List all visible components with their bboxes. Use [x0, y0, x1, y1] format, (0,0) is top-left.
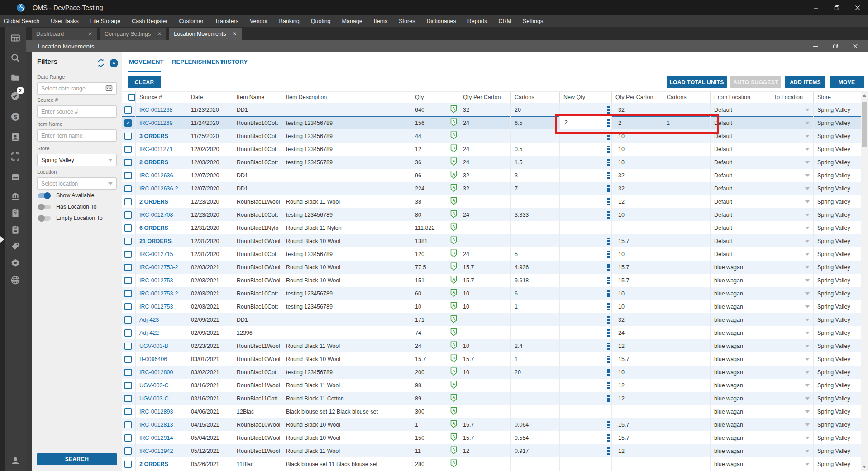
- chevron-down-icon[interactable]: [805, 200, 810, 203]
- chevron-down-icon[interactable]: [805, 122, 810, 124]
- search-button[interactable]: SEARCH: [37, 453, 117, 465]
- row-checkbox[interactable]: [124, 106, 132, 114]
- to-location-cell[interactable]: [770, 143, 814, 156]
- menu-item-cash-register[interactable]: Cash Register: [132, 18, 167, 24]
- column-header-item-name-3[interactable]: Item Name: [233, 92, 282, 103]
- to-location-cell[interactable]: [770, 156, 814, 169]
- field-location-select[interactable]: Select location: [37, 177, 117, 190]
- flyout-arrow-icon[interactable]: [0, 236, 4, 243]
- inner-minimize-button[interactable]: [806, 40, 825, 52]
- chevron-down-icon[interactable]: [805, 332, 810, 334]
- row-checkbox[interactable]: [124, 172, 132, 179]
- sidebar-item-folder-icon[interactable]: [10, 72, 20, 82]
- sidebar-item-bank-icon[interactable]: [10, 191, 20, 201]
- chevron-down-icon[interactable]: [805, 214, 810, 216]
- source-link[interactable]: 2 ORDERS: [139, 159, 168, 166]
- from-location-cell[interactable]: Default: [711, 116, 770, 129]
- sidebar-item-tasks-icon[interactable]: 2: [10, 90, 20, 100]
- to-location-cell[interactable]: [770, 261, 814, 274]
- window-restore-button[interactable]: [826, 0, 847, 15]
- sidebar-item-gear-icon[interactable]: [10, 258, 20, 268]
- menu-item-global-search[interactable]: Global Search: [4, 18, 39, 24]
- clear-button[interactable]: CLEAR: [128, 76, 161, 88]
- source-link[interactable]: 21 ORDERS: [139, 238, 172, 244]
- row-menu-kebab-icon[interactable]: [607, 395, 610, 402]
- chevron-down-icon[interactable]: [805, 174, 810, 177]
- new-qty-cell[interactable]: [560, 313, 612, 326]
- source-link[interactable]: UGV-003-C: [139, 395, 169, 402]
- new-qty-cell[interactable]: [560, 326, 612, 339]
- new-qty-cell[interactable]: [560, 366, 612, 379]
- source-link[interactable]: IRC-0012893: [139, 409, 173, 415]
- menu-item-file-storage[interactable]: File Storage: [90, 18, 120, 24]
- sidebar-item-customer-icon[interactable]: [10, 132, 20, 142]
- new-qty-cell[interactable]: [560, 352, 612, 366]
- row-menu-kebab-icon[interactable]: [607, 369, 610, 376]
- source-link[interactable]: IRC-0012813: [139, 422, 173, 428]
- menu-item-settings[interactable]: Settings: [523, 18, 543, 24]
- row-checkbox[interactable]: [124, 461, 132, 468]
- chevron-down-icon[interactable]: [805, 384, 810, 387]
- new-qty-cell[interactable]: [560, 221, 612, 234]
- to-location-cell[interactable]: [770, 274, 814, 287]
- scroll-down-icon[interactable]: [863, 466, 866, 468]
- source-link[interactable]: IRC-0011271: [139, 146, 172, 152]
- from-location-cell[interactable]: blue wagan: [711, 392, 770, 405]
- new-qty-cell[interactable]: [560, 103, 612, 116]
- field-store-select[interactable]: Spring Valley: [37, 154, 117, 166]
- from-location-cell[interactable]: blue wagan: [711, 339, 770, 352]
- source-link[interactable]: IRC-0012708: [139, 212, 173, 218]
- to-location-cell[interactable]: [770, 444, 814, 457]
- view-tab-movement[interactable]: MOVEMENT: [129, 58, 164, 65]
- column-header-qty-per-carton-6[interactable]: Qty Per Carton: [459, 92, 511, 103]
- chevron-down-icon[interactable]: [805, 305, 810, 308]
- from-location-cell[interactable]: Default: [711, 169, 770, 182]
- chevron-down-icon[interactable]: [805, 292, 810, 295]
- chevron-down-icon[interactable]: [805, 266, 810, 269]
- row-checkbox[interactable]: [124, 224, 132, 232]
- source-link[interactable]: UGV-003-B: [139, 343, 168, 349]
- refresh-filters-icon[interactable]: [96, 58, 105, 67]
- chevron-down-icon[interactable]: [108, 182, 113, 185]
- chevron-down-icon[interactable]: [805, 319, 810, 321]
- from-location-cell[interactable]: Default: [711, 195, 770, 208]
- new-qty-cell[interactable]: [560, 431, 612, 444]
- from-location-cell[interactable]: blue wagan: [711, 418, 770, 431]
- row-checkbox[interactable]: [124, 369, 132, 376]
- new-qty-cell[interactable]: [560, 208, 612, 221]
- column-header-new-qty-8[interactable]: New Qty: [560, 92, 612, 103]
- from-location-cell[interactable]: Default: [711, 182, 770, 195]
- sidebar-item-tag-icon[interactable]: [10, 241, 20, 251]
- source-link[interactable]: IRC-0012753: [139, 277, 173, 284]
- chevron-down-icon[interactable]: [805, 358, 810, 361]
- chevron-down-icon[interactable]: [805, 410, 810, 413]
- to-location-cell[interactable]: [770, 129, 814, 143]
- chevron-down-icon[interactable]: [805, 109, 810, 111]
- source-link[interactable]: Adj-422: [139, 330, 159, 336]
- from-location-cell[interactable]: blue wagan: [711, 261, 770, 274]
- to-location-cell[interactable]: [770, 287, 814, 300]
- scroll-up-icon[interactable]: [863, 94, 866, 97]
- chevron-down-icon[interactable]: [805, 345, 810, 347]
- source-link[interactable]: IRC-0012800: [139, 369, 173, 376]
- to-location-cell[interactable]: [770, 392, 814, 405]
- column-header-store-13[interactable]: Store: [814, 92, 861, 103]
- add-items-button[interactable]: ADD ITEMS: [785, 76, 825, 88]
- menu-item-crm[interactable]: CRM: [499, 18, 511, 24]
- toggle-has-location-to[interactable]: [38, 205, 51, 209]
- row-menu-kebab-icon[interactable]: [607, 382, 610, 389]
- column-header-checkbox-0[interactable]: [122, 92, 136, 103]
- row-checkbox[interactable]: [124, 146, 132, 153]
- source-link[interactable]: IRC-0012636: [139, 172, 173, 179]
- from-location-cell[interactable]: blue wagan: [711, 287, 770, 300]
- load-total-units-button[interactable]: LOAD TOTAL UNITS: [667, 76, 727, 88]
- row-checkbox[interactable]: [124, 211, 132, 219]
- new-qty-cell[interactable]: [560, 195, 612, 208]
- source-link[interactable]: IRC-0011269: [139, 120, 172, 126]
- vertical-scrollbar[interactable]: [861, 91, 868, 471]
- row-menu-kebab-icon[interactable]: [607, 343, 610, 350]
- from-location-cell[interactable]: Default: [711, 221, 770, 234]
- sidebar-item-search-icon[interactable]: [10, 53, 20, 63]
- new-qty-cell[interactable]: [560, 169, 612, 182]
- new-qty-cell[interactable]: [560, 457, 612, 471]
